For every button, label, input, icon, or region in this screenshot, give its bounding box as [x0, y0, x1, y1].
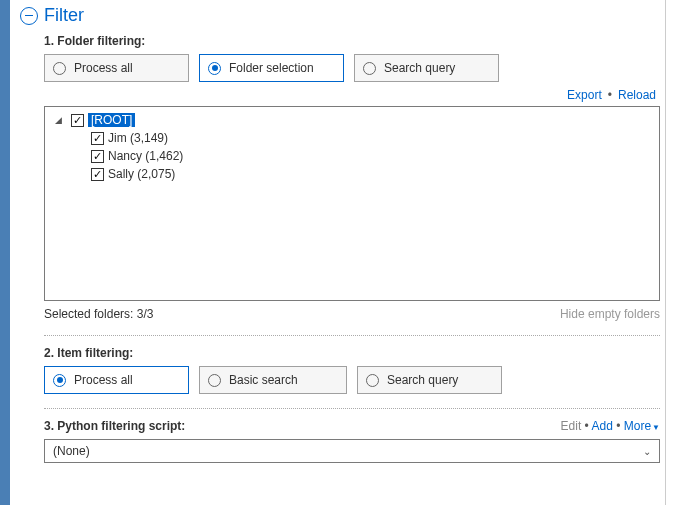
edit-link[interactable]: Edit [561, 419, 582, 433]
separator-dot: • [585, 419, 589, 433]
radio-process-all-folders[interactable]: Process all [44, 54, 189, 82]
folder-links-row: Export • Reload [44, 88, 660, 102]
divider [44, 335, 660, 336]
reload-link[interactable]: Reload [618, 88, 656, 102]
export-link[interactable]: Export [567, 88, 602, 102]
folder-status-row: Selected folders: 3/3 Hide empty folders [44, 307, 660, 321]
python-filtering-label: 3. Python filtering script: [44, 419, 185, 433]
tree-item-nancy[interactable]: ✓ Nancy (1,462) [49, 147, 655, 165]
tree-checkbox[interactable]: ✓ [71, 114, 84, 127]
radio-icon [53, 62, 66, 75]
radio-icon [208, 374, 221, 387]
filter-header[interactable]: Filter [20, 5, 660, 26]
radio-basic-search[interactable]: Basic search [199, 366, 347, 394]
python-filtering-header: 3. Python filtering script: Edit • Add •… [44, 419, 660, 433]
radio-label: Search query [387, 373, 458, 387]
radio-icon [53, 374, 66, 387]
tree-item-sally[interactable]: ✓ Sally (2,075) [49, 165, 655, 183]
radio-folder-selection[interactable]: Folder selection [199, 54, 344, 82]
python-filtering-links: Edit • Add • More▼ [561, 419, 660, 433]
radio-label: Folder selection [229, 61, 314, 75]
radio-label: Search query [384, 61, 455, 75]
tree-item-label: Jim (3,149) [108, 131, 168, 145]
tree-root-row[interactable]: ◢ ✓ [ROOT] [49, 111, 655, 129]
separator-dot: • [608, 88, 612, 102]
left-accent-bar [0, 0, 10, 505]
item-filtering-label: 2. Item filtering: [44, 346, 660, 360]
tree-item-label: Sally (2,075) [108, 167, 175, 181]
radio-icon [363, 62, 376, 75]
radio-icon [208, 62, 221, 75]
tree-checkbox[interactable]: ✓ [91, 132, 104, 145]
section-title: Filter [44, 5, 84, 26]
radio-label: Process all [74, 373, 133, 387]
radio-icon [366, 374, 379, 387]
separator-dot: • [616, 419, 620, 433]
radio-search-query-folders[interactable]: Search query [354, 54, 499, 82]
right-border [665, 0, 666, 505]
radio-label: Process all [74, 61, 133, 75]
tree-expander-icon[interactable]: ◢ [55, 115, 67, 125]
radio-process-all-items[interactable]: Process all [44, 366, 189, 394]
chevron-down-icon: ⌄ [643, 446, 651, 457]
folder-filtering-radio-group: Process all Folder selection Search quer… [44, 54, 660, 82]
folder-filtering-label: 1. Folder filtering: [44, 34, 660, 48]
divider [44, 408, 660, 409]
radio-search-query-items[interactable]: Search query [357, 366, 502, 394]
folder-tree[interactable]: ◢ ✓ [ROOT] ✓ Jim (3,149) ✓ Nancy (1,462)… [44, 106, 660, 301]
hide-empty-folders-link[interactable]: Hide empty folders [560, 307, 660, 321]
chevron-down-icon: ▼ [652, 423, 660, 432]
item-filtering-radio-group: Process all Basic search Search query [44, 366, 660, 394]
tree-root-label[interactable]: [ROOT] [88, 113, 135, 127]
selected-folders-status: Selected folders: 3/3 [44, 307, 153, 321]
add-link[interactable]: Add [591, 419, 612, 433]
radio-label: Basic search [229, 373, 298, 387]
tree-item-label: Nancy (1,462) [108, 149, 183, 163]
python-script-dropdown[interactable]: (None) ⌄ [44, 439, 660, 463]
collapse-icon[interactable] [20, 7, 38, 25]
dropdown-value: (None) [53, 444, 90, 458]
tree-checkbox[interactable]: ✓ [91, 150, 104, 163]
more-link[interactable]: More▼ [624, 419, 660, 433]
tree-item-jim[interactable]: ✓ Jim (3,149) [49, 129, 655, 147]
tree-checkbox[interactable]: ✓ [91, 168, 104, 181]
